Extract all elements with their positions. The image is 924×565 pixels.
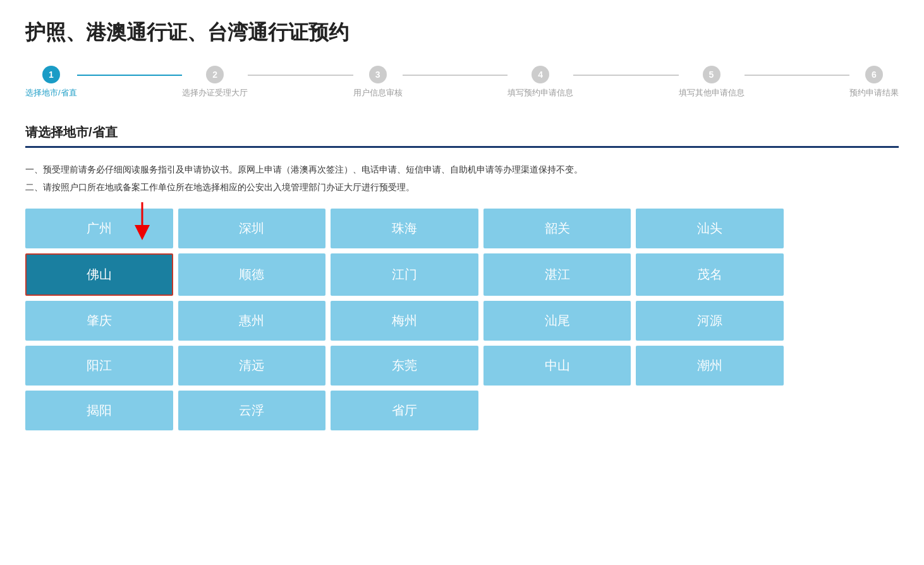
step-connector-2: [248, 75, 353, 76]
city-btn-东莞[interactable]: 东莞: [331, 346, 478, 386]
city-btn-河源[interactable]: 河源: [636, 301, 784, 341]
city-btn-广州[interactable]: 广州: [25, 209, 173, 248]
city-btn-韶关[interactable]: 韶关: [483, 209, 631, 248]
step-connector-5: [745, 75, 849, 76]
city-btn-汕尾[interactable]: 汕尾: [483, 301, 631, 341]
notice-line-1: 一、预受理前请务必仔细阅读服务指引及申请协议书。原网上申请（港澳再次签注）、电话…: [25, 161, 899, 178]
step-label-4: 填写预约申请信息: [508, 87, 573, 99]
step-circle-1: 1: [42, 66, 60, 83]
step-5: 5填写其他申请信息: [679, 66, 745, 99]
page-title: 护照、港澳通行证、台湾通行证预约: [25, 19, 899, 47]
step-3: 3用户信息审核: [353, 66, 403, 99]
city-btn-揭阳[interactable]: 揭阳: [25, 391, 173, 430]
step-connector-3: [403, 75, 508, 76]
city-grid: 广州深圳珠海韶关汕头佛山顺德江门湛江茂名肇庆惠州梅州汕尾河源阳江清远东莞中山潮州…: [25, 209, 784, 430]
step-label-6: 预约申请结果: [849, 87, 899, 99]
city-btn-阳江[interactable]: 阳江: [25, 346, 173, 386]
city-btn-湛江[interactable]: 湛江: [483, 253, 631, 296]
step-1: 1选择地市/省直: [25, 66, 77, 99]
city-btn-清远[interactable]: 清远: [178, 346, 326, 386]
city-btn-顺德[interactable]: 顺德: [178, 253, 326, 296]
step-label-5: 填写其他申请信息: [679, 87, 745, 99]
city-btn-省厅[interactable]: 省厅: [331, 391, 478, 430]
city-btn-江门[interactable]: 江门: [331, 253, 478, 296]
city-btn-中山[interactable]: 中山: [483, 346, 631, 386]
city-btn-云浮[interactable]: 云浮: [178, 391, 326, 430]
notice-text: 一、预受理前请务必仔细阅读服务指引及申请协议书。原网上申请（港澳再次签注）、电话…: [25, 161, 899, 196]
city-btn-佛山[interactable]: 佛山: [25, 253, 173, 296]
step-connector-4: [573, 75, 678, 76]
notice-line-2: 二、请按照户口所在地或备案工作单位所在地选择相应的公安出入境管理部门办证大厅进行…: [25, 178, 899, 196]
step-label-1: 选择地市/省直: [25, 87, 77, 99]
step-circle-2: 2: [206, 66, 224, 83]
step-connector-1: [77, 75, 182, 76]
city-btn-潮州[interactable]: 潮州: [636, 346, 784, 386]
step-circle-3: 3: [369, 66, 387, 83]
step-circle-4: 4: [532, 66, 549, 83]
step-4: 4填写预约申请信息: [508, 66, 573, 99]
city-btn-惠州[interactable]: 惠州: [178, 301, 326, 341]
city-btn-深圳[interactable]: 深圳: [178, 209, 326, 248]
city-btn-汕头[interactable]: 汕头: [636, 209, 784, 248]
stepper: 1选择地市/省直2选择办证受理大厅3用户信息审核4填写预约申请信息5填写其他申请…: [25, 66, 899, 99]
step-2: 2选择办证受理大厅: [182, 66, 248, 99]
step-circle-6: 6: [865, 66, 883, 83]
step-6: 6预约申请结果: [849, 66, 899, 99]
step-label-2: 选择办证受理大厅: [182, 87, 248, 99]
step-circle-5: 5: [703, 66, 720, 83]
city-btn-茂名[interactable]: 茂名: [636, 253, 784, 296]
city-btn-梅州[interactable]: 梅州: [331, 301, 478, 341]
city-btn-肇庆[interactable]: 肇庆: [25, 301, 173, 341]
city-btn-珠海[interactable]: 珠海: [331, 209, 478, 248]
section-title: 请选择地市/省直: [25, 124, 899, 148]
step-label-3: 用户信息审核: [353, 87, 403, 99]
